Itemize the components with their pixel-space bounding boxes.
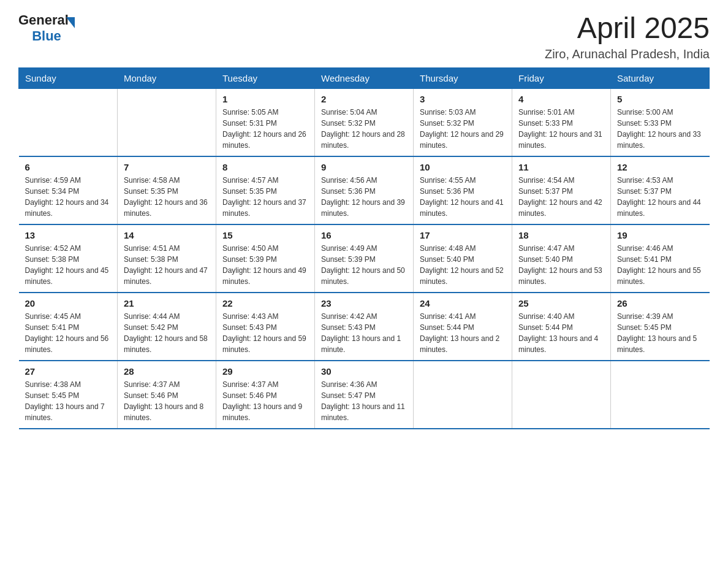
cell-w1-d1 bbox=[19, 88, 118, 156]
day-info: Sunrise: 4:44 AMSunset: 5:42 PMDaylight:… bbox=[124, 311, 210, 355]
cell-w2-d6: 11Sunrise: 4:54 AMSunset: 5:37 PMDayligh… bbox=[512, 156, 611, 224]
cell-w4-d1: 20Sunrise: 4:45 AMSunset: 5:41 PMDayligh… bbox=[19, 293, 118, 361]
cell-w1-d6: 4Sunrise: 5:01 AMSunset: 5:33 PMDaylight… bbox=[512, 88, 611, 156]
cell-w2-d1: 6Sunrise: 4:59 AMSunset: 5:34 PMDaylight… bbox=[19, 156, 118, 224]
day-number: 24 bbox=[420, 298, 506, 308]
day-number: 21 bbox=[124, 298, 210, 308]
day-number: 9 bbox=[321, 162, 407, 172]
cell-w2-d5: 10Sunrise: 4:55 AMSunset: 5:36 PMDayligh… bbox=[414, 156, 512, 224]
title-block: April 2025 Ziro, Arunachal Pradesh, Indi… bbox=[545, 12, 710, 61]
cell-w2-d4: 9Sunrise: 4:56 AMSunset: 5:36 PMDaylight… bbox=[315, 156, 414, 224]
day-info: Sunrise: 4:58 AMSunset: 5:35 PMDaylight:… bbox=[124, 175, 210, 219]
day-info: Sunrise: 4:42 AMSunset: 5:43 PMDaylight:… bbox=[321, 311, 407, 355]
day-info: Sunrise: 5:04 AMSunset: 5:32 PMDaylight:… bbox=[321, 107, 407, 151]
cell-w5-d2: 28Sunrise: 4:37 AMSunset: 5:46 PMDayligh… bbox=[118, 361, 216, 429]
day-info: Sunrise: 5:00 AMSunset: 5:33 PMDaylight:… bbox=[617, 107, 703, 151]
week-row-1: 1Sunrise: 5:05 AMSunset: 5:31 PMDaylight… bbox=[19, 88, 710, 156]
cell-w5-d3: 29Sunrise: 4:37 AMSunset: 5:46 PMDayligh… bbox=[216, 361, 315, 429]
page-header: General Blue April 2025 Ziro, Arunachal … bbox=[18, 12, 710, 61]
day-info: Sunrise: 5:01 AMSunset: 5:33 PMDaylight:… bbox=[518, 107, 604, 151]
week-row-4: 20Sunrise: 4:45 AMSunset: 5:41 PMDayligh… bbox=[19, 293, 710, 361]
day-info: Sunrise: 4:54 AMSunset: 5:37 PMDaylight:… bbox=[518, 175, 604, 219]
day-number: 5 bbox=[617, 94, 703, 104]
day-info: Sunrise: 4:46 AMSunset: 5:41 PMDaylight:… bbox=[617, 243, 703, 287]
week-row-2: 6Sunrise: 4:59 AMSunset: 5:34 PMDaylight… bbox=[19, 156, 710, 224]
cell-w2-d2: 7Sunrise: 4:58 AMSunset: 5:35 PMDaylight… bbox=[118, 156, 216, 224]
cell-w3-d6: 18Sunrise: 4:47 AMSunset: 5:40 PMDayligh… bbox=[512, 224, 611, 293]
day-number: 15 bbox=[222, 230, 308, 240]
day-number: 29 bbox=[222, 366, 308, 377]
day-info: Sunrise: 4:37 AMSunset: 5:46 PMDaylight:… bbox=[222, 379, 308, 423]
cell-w4-d2: 21Sunrise: 4:44 AMSunset: 5:42 PMDayligh… bbox=[118, 293, 216, 361]
cell-w5-d7 bbox=[611, 361, 710, 429]
day-info: Sunrise: 4:49 AMSunset: 5:39 PMDaylight:… bbox=[321, 243, 407, 287]
logo-triangle-icon bbox=[66, 17, 75, 28]
day-info: Sunrise: 4:38 AMSunset: 5:45 PMDaylight:… bbox=[25, 379, 112, 423]
day-info: Sunrise: 4:45 AMSunset: 5:41 PMDaylight:… bbox=[25, 311, 112, 355]
day-number: 3 bbox=[420, 94, 506, 104]
day-info: Sunrise: 4:56 AMSunset: 5:36 PMDaylight:… bbox=[321, 175, 407, 219]
cell-w4-d4: 23Sunrise: 4:42 AMSunset: 5:43 PMDayligh… bbox=[315, 293, 414, 361]
day-number: 20 bbox=[25, 298, 112, 308]
day-number: 6 bbox=[25, 162, 112, 172]
day-info: Sunrise: 4:39 AMSunset: 5:45 PMDaylight:… bbox=[617, 311, 703, 355]
day-info: Sunrise: 4:37 AMSunset: 5:46 PMDaylight:… bbox=[124, 379, 210, 423]
calendar-header: SundayMondayTuesdayWednesdayThursdayFrid… bbox=[19, 67, 710, 88]
week-row-3: 13Sunrise: 4:52 AMSunset: 5:38 PMDayligh… bbox=[19, 224, 710, 293]
calendar-table: SundayMondayTuesdayWednesdayThursdayFrid… bbox=[18, 67, 710, 429]
header-sunday: Sunday bbox=[19, 67, 118, 88]
day-number: 1 bbox=[222, 94, 308, 104]
cell-w4-d5: 24Sunrise: 4:41 AMSunset: 5:44 PMDayligh… bbox=[414, 293, 512, 361]
day-number: 30 bbox=[321, 366, 407, 377]
day-number: 19 bbox=[617, 230, 703, 240]
day-info: Sunrise: 4:48 AMSunset: 5:40 PMDaylight:… bbox=[420, 243, 506, 287]
cell-w5-d4: 30Sunrise: 4:36 AMSunset: 5:47 PMDayligh… bbox=[315, 361, 414, 429]
day-number: 8 bbox=[222, 162, 308, 172]
logo-mark: General Blue bbox=[18, 12, 75, 44]
day-number: 28 bbox=[124, 366, 210, 377]
day-info: Sunrise: 4:51 AMSunset: 5:38 PMDaylight:… bbox=[124, 243, 210, 287]
cell-w3-d1: 13Sunrise: 4:52 AMSunset: 5:38 PMDayligh… bbox=[19, 224, 118, 293]
cell-w3-d4: 16Sunrise: 4:49 AMSunset: 5:39 PMDayligh… bbox=[315, 224, 414, 293]
day-info: Sunrise: 4:50 AMSunset: 5:39 PMDaylight:… bbox=[222, 243, 308, 287]
header-monday: Monday bbox=[118, 67, 216, 88]
cell-w3-d5: 17Sunrise: 4:48 AMSunset: 5:40 PMDayligh… bbox=[414, 224, 512, 293]
cell-w1-d5: 3Sunrise: 5:03 AMSunset: 5:32 PMDaylight… bbox=[414, 88, 512, 156]
day-info: Sunrise: 4:43 AMSunset: 5:43 PMDaylight:… bbox=[222, 311, 308, 355]
day-info: Sunrise: 4:41 AMSunset: 5:44 PMDaylight:… bbox=[420, 311, 506, 355]
day-number: 27 bbox=[25, 366, 112, 377]
day-info: Sunrise: 4:57 AMSunset: 5:35 PMDaylight:… bbox=[222, 175, 308, 219]
day-number: 25 bbox=[518, 298, 604, 308]
cell-w2-d7: 12Sunrise: 4:53 AMSunset: 5:37 PMDayligh… bbox=[611, 156, 710, 224]
day-info: Sunrise: 4:36 AMSunset: 5:47 PMDaylight:… bbox=[321, 379, 407, 423]
day-number: 4 bbox=[518, 94, 604, 104]
cell-w4-d7: 26Sunrise: 4:39 AMSunset: 5:45 PMDayligh… bbox=[611, 293, 710, 361]
day-number: 26 bbox=[617, 298, 703, 308]
day-number: 11 bbox=[518, 162, 604, 172]
header-friday: Friday bbox=[512, 67, 611, 88]
day-info: Sunrise: 4:52 AMSunset: 5:38 PMDaylight:… bbox=[25, 243, 112, 287]
header-tuesday: Tuesday bbox=[216, 67, 315, 88]
day-number: 12 bbox=[617, 162, 703, 172]
cell-w2-d3: 8Sunrise: 4:57 AMSunset: 5:35 PMDaylight… bbox=[216, 156, 315, 224]
cell-w5-d6 bbox=[512, 361, 611, 429]
day-number: 2 bbox=[321, 94, 407, 104]
header-row: SundayMondayTuesdayWednesdayThursdayFrid… bbox=[19, 67, 710, 88]
cell-w4-d6: 25Sunrise: 4:40 AMSunset: 5:44 PMDayligh… bbox=[512, 293, 611, 361]
cell-w1-d2 bbox=[118, 88, 216, 156]
cell-w3-d7: 19Sunrise: 4:46 AMSunset: 5:41 PMDayligh… bbox=[611, 224, 710, 293]
cell-w1-d7: 5Sunrise: 5:00 AMSunset: 5:33 PMDaylight… bbox=[611, 88, 710, 156]
day-info: Sunrise: 4:40 AMSunset: 5:44 PMDaylight:… bbox=[518, 311, 604, 355]
cell-w4-d3: 22Sunrise: 4:43 AMSunset: 5:43 PMDayligh… bbox=[216, 293, 315, 361]
calendar-body: 1Sunrise: 5:05 AMSunset: 5:31 PMDaylight… bbox=[19, 88, 710, 429]
day-info: Sunrise: 5:05 AMSunset: 5:31 PMDaylight:… bbox=[222, 107, 308, 151]
week-row-5: 27Sunrise: 4:38 AMSunset: 5:45 PMDayligh… bbox=[19, 361, 710, 429]
day-info: Sunrise: 4:55 AMSunset: 5:36 PMDaylight:… bbox=[420, 175, 506, 219]
day-number: 10 bbox=[420, 162, 506, 172]
day-number: 18 bbox=[518, 230, 604, 240]
day-number: 22 bbox=[222, 298, 308, 308]
logo-blue-text: Blue bbox=[32, 28, 61, 44]
page-subtitle: Ziro, Arunachal Pradesh, India bbox=[545, 47, 710, 61]
cell-w1-d3: 1Sunrise: 5:05 AMSunset: 5:31 PMDaylight… bbox=[216, 88, 315, 156]
day-number: 23 bbox=[321, 298, 407, 308]
